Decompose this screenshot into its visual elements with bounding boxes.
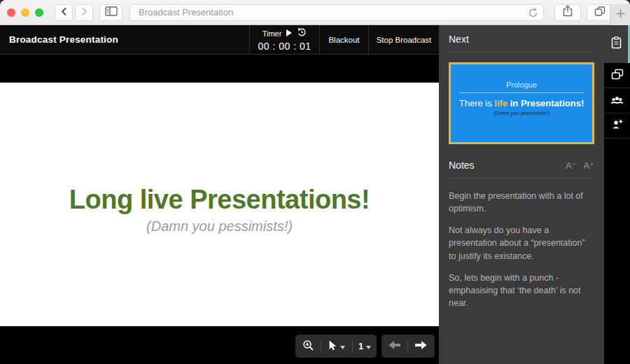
slide-subtitle: (Damn you pessimists!) <box>146 218 293 234</box>
next-heading: Next <box>449 34 594 45</box>
thumbnail-title: There is life in Presentations! <box>451 98 592 108</box>
thumbnail-subtitle: (Damn you pessimists!) <box>451 111 592 115</box>
timer-value: 00 : 00 : 01 <box>250 41 319 52</box>
add-participant-button[interactable] <box>604 113 630 139</box>
window-controls <box>7 8 43 17</box>
next-slide-button[interactable] <box>408 335 434 358</box>
timer-section: Timer <box>249 25 319 54</box>
timer-reset-icon <box>297 27 307 39</box>
share-icon <box>563 5 573 20</box>
add-participant-icon <box>611 119 623 132</box>
zoom-in-icon <box>302 340 314 354</box>
separator <box>449 52 594 52</box>
panel-icon-strip <box>604 25 630 364</box>
previous-arrow-icon <box>388 340 400 352</box>
slide-number-dropdown[interactable]: 1 <box>353 335 377 358</box>
presenter-main-area: Broadcast Presentation Timer <box>0 25 439 364</box>
audience-icon <box>610 94 624 107</box>
note-paragraph: Begin the presentation with a lot of opt… <box>449 190 594 215</box>
previous-slide-button[interactable] <box>382 335 407 358</box>
pointer-icon <box>329 340 337 353</box>
address-bar-text: Broadcast Presentation <box>130 7 233 18</box>
notes-heading: Notes <box>449 160 475 171</box>
notes-clipboard-icon <box>611 36 622 52</box>
pointer-tool-button[interactable] <box>321 335 352 358</box>
zoom-in-button[interactable] <box>295 335 321 358</box>
broadcast-title: Broadcast Presentation <box>0 25 249 54</box>
browser-window: Broadcast Presentation <box>0 0 630 364</box>
slide-tools-toolbar: 1 <box>295 335 377 358</box>
timer-play-button[interactable] <box>286 28 292 38</box>
separator <box>459 92 584 93</box>
separator <box>449 178 594 178</box>
presenter-sidebar: Next Prologue There is life in Presentat… <box>439 25 604 364</box>
close-window-button[interactable] <box>7 8 15 17</box>
audience-panel-button[interactable] <box>604 88 630 113</box>
forward-icon <box>81 6 88 19</box>
thumbnail-title-highlight: life <box>494 98 507 108</box>
timer-reset-button[interactable] <box>297 27 307 39</box>
caret-down-icon <box>366 341 371 351</box>
address-bar[interactable]: Broadcast Presentation <box>130 4 544 21</box>
timer-label: Timer <box>262 29 282 38</box>
note-paragraph: Not always do you have a presentation ab… <box>449 224 594 262</box>
minimize-window-button[interactable] <box>21 8 29 17</box>
slide-title: Long live Presentations! <box>69 185 370 215</box>
sidebar-toggle-icon <box>105 6 118 19</box>
thumbnail-kicker: Prologue <box>451 64 592 89</box>
tabs-icon <box>594 6 606 20</box>
thumbnail-title-pre: There is <box>459 98 495 108</box>
current-slide: Long live Presentations! (Damn you pessi… <box>0 83 439 326</box>
broadcast-toolbar: Broadcast Presentation Timer <box>0 25 439 55</box>
next-slide-thumbnail[interactable]: Prologue There is life in Presentations!… <box>449 62 594 144</box>
new-tab-button[interactable] <box>610 4 630 25</box>
fullscreen-window-button[interactable] <box>35 8 43 17</box>
browser-chrome: Broadcast Presentation <box>0 0 630 25</box>
slide-navigation-toolbar <box>382 335 435 358</box>
share-button[interactable] <box>554 4 581 21</box>
new-tab-icon <box>616 8 625 21</box>
back-button[interactable] <box>55 4 73 21</box>
next-arrow-icon <box>415 340 427 352</box>
slide-number-value: 1 <box>358 341 363 351</box>
sidebar-toggle-button[interactable] <box>99 4 122 21</box>
stop-broadcast-button[interactable]: Stop Broadcast <box>368 25 439 54</box>
slides-panel-button[interactable] <box>604 63 630 88</box>
increase-font-button[interactable]: A⁺ <box>583 160 594 171</box>
note-paragraph: So, lets begin with a punch - emphasisin… <box>449 272 594 309</box>
back-icon <box>61 6 67 19</box>
notes-panel-button[interactable] <box>604 25 630 63</box>
decrease-font-button[interactable]: A⁻ <box>566 160 577 171</box>
caret-down-icon <box>340 341 345 351</box>
refresh-icon[interactable] <box>528 8 538 21</box>
forward-button[interactable] <box>75 4 93 21</box>
thumbnail-title-post: in Presentations! <box>507 98 584 108</box>
notes-font-controls: A⁻ A⁺ <box>566 160 594 171</box>
play-icon <box>286 28 292 38</box>
slides-icon <box>611 69 624 83</box>
blackout-button[interactable]: Blackout <box>319 25 368 54</box>
